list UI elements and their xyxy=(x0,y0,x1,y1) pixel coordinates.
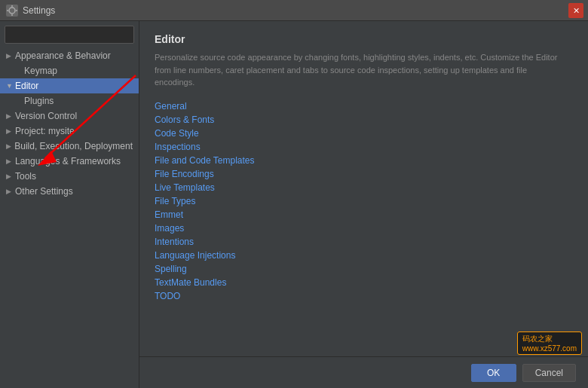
content-link-emmet[interactable]: Emmet xyxy=(155,209,183,220)
content-link-spelling[interactable]: Spelling xyxy=(155,264,187,274)
sidebar-item-project-mysite[interactable]: ▶Project: mysite xyxy=(0,124,139,139)
sidebar-item-keymap[interactable]: Keymap xyxy=(0,63,139,78)
content-link-live-templates[interactable]: Live Templates xyxy=(155,182,215,193)
sidebar-label: Editor xyxy=(15,81,38,91)
sidebar-label: Keymap xyxy=(24,66,57,76)
content-link-code-style[interactable]: Code Style xyxy=(155,128,199,139)
sidebar-item-version-control[interactable]: ▶Version Control xyxy=(0,108,139,124)
sidebar-item-appearance[interactable]: ▶Appearance & Behavior xyxy=(0,48,139,63)
settings-icon xyxy=(6,5,18,17)
sidebar-label: Plugins xyxy=(24,96,54,106)
title-bar: Settings ✕ xyxy=(0,0,588,21)
arrow-icon: ▶ xyxy=(6,127,14,135)
content-link-inspections[interactable]: Inspections xyxy=(155,142,201,152)
cancel-button[interactable]: Cancel xyxy=(522,364,576,382)
search-box[interactable] xyxy=(5,26,134,44)
sidebar: ▶Appearance & BehaviorKeymap▼EditorPlugi… xyxy=(0,21,139,388)
content-link-todo[interactable]: TODO xyxy=(155,291,180,301)
content-description: Personalize source code appearance by ch… xyxy=(155,51,562,89)
content-link-file-types[interactable]: File Types xyxy=(155,196,195,206)
main-container: ▶Appearance & BehaviorKeymap▼EditorPlugi… xyxy=(0,21,588,388)
arrow-icon: ▶ xyxy=(6,173,14,180)
watermark: 码农之家www.xz577.com xyxy=(517,331,582,355)
sidebar-item-plugins[interactable]: Plugins xyxy=(0,93,139,108)
arrow-icon: ▶ xyxy=(6,112,14,120)
sidebar-label: Project: mysite xyxy=(15,126,75,136)
sidebar-item-languages[interactable]: ▶Languages & Frameworks xyxy=(0,154,139,169)
sidebar-label: Tools xyxy=(15,171,36,182)
arrow-icon: ▶ xyxy=(6,52,14,60)
sidebar-label: Languages & Frameworks xyxy=(15,156,121,167)
content-link-language-injections[interactable]: Language Injections xyxy=(155,250,235,261)
content-link-textmate-bundles[interactable]: TextMate Bundles xyxy=(155,277,226,288)
ok-button[interactable]: OK xyxy=(471,364,516,382)
sidebar-label: Version Control xyxy=(15,111,77,121)
content-link-intentions[interactable]: Intentions xyxy=(155,237,194,247)
sidebar-item-other-settings[interactable]: ▶Other Settings xyxy=(0,184,139,199)
sidebar-label: Other Settings xyxy=(15,186,73,197)
sidebar-label: Appearance & Behavior xyxy=(15,50,111,61)
bottom-bar: OK Cancel xyxy=(139,356,588,388)
content-link-file-code-templates[interactable]: File and Code Templates xyxy=(155,155,255,166)
content-links: GeneralColors & FontsCode StyleInspectio… xyxy=(155,101,573,301)
close-button[interactable]: ✕ xyxy=(568,3,583,18)
svg-point-0 xyxy=(9,8,15,14)
search-input[interactable] xyxy=(10,29,129,40)
content-link-file-encodings[interactable]: File Encodings xyxy=(155,169,214,179)
arrow-icon: ▼ xyxy=(6,82,14,90)
sidebar-item-editor[interactable]: ▼Editor xyxy=(0,78,139,93)
sidebar-label: Build, Execution, Deployment xyxy=(14,141,133,151)
sidebar-list: ▶Appearance & BehaviorKeymap▼EditorPlugi… xyxy=(0,47,139,388)
content-link-general[interactable]: General xyxy=(155,101,187,112)
content-title: Editor xyxy=(155,33,573,45)
content-link-colors-fonts[interactable]: Colors & Fonts xyxy=(155,115,214,125)
sidebar-item-build[interactable]: ▶Build, Execution, Deployment xyxy=(0,139,139,154)
arrow-icon: ▶ xyxy=(6,157,14,165)
sidebar-item-tools[interactable]: ▶Tools xyxy=(0,169,139,184)
arrow-icon: ▶ xyxy=(6,188,14,195)
title-text: Settings xyxy=(23,5,55,16)
content-link-images[interactable]: Images xyxy=(155,223,184,234)
arrow-icon: ▶ xyxy=(6,142,13,150)
